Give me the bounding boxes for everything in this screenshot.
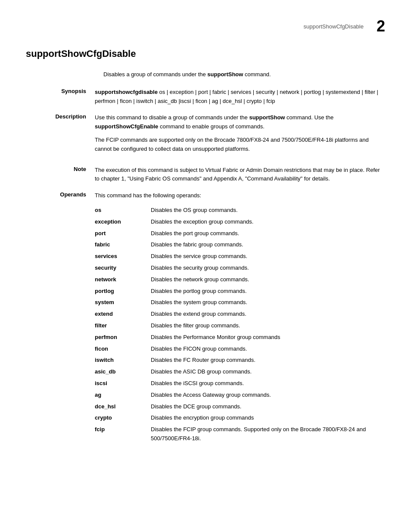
operand-row: fcip Disables the FCIP group commands. S… [95,424,385,445]
operand-name: dce_hsl [95,401,151,413]
page-header-title: supportShowCfgDisable [304,23,364,30]
description-section: Description Use this command to disable … [26,113,385,158]
intro-bold: supportShow [207,71,243,78]
intro-text-start: Disables a group of commands under the [103,71,207,78]
intro-paragraph: Disables a group of commands under the s… [103,70,385,79]
operand-row: os Disables the OS group commands. [95,205,385,216]
operand-desc: Disables the network group commands. [151,274,385,286]
operand-name: os [95,205,151,216]
operand-name: filter [95,320,151,332]
operand-desc: Disables the Performance Monitor group c… [151,332,385,343]
operand-row: portlog Disables the portlog group comma… [95,286,385,297]
operand-desc: Disables the OS group commands. [151,205,385,216]
operand-name: services [95,251,151,262]
operand-name: port [95,228,151,240]
operand-row: services Disables the service group comm… [95,251,385,262]
operand-desc: Disables the exception group commands. [151,216,385,228]
note-section: Note The execution of this command is su… [26,166,385,184]
operand-row: exception Disables the exception group c… [95,216,385,228]
operand-row: system Disables the system group command… [95,297,385,308]
desc-p1-mid: command. Use the [285,114,333,121]
operand-desc: Disables the portlog group commands. [151,286,385,297]
operand-desc: Disables the system group commands. [151,297,385,308]
operand-row: extend Disables the extend group command… [95,308,385,320]
operand-row: security Disables the security group com… [95,262,385,274]
operand-name: iscsi [95,378,151,389]
operands-section: Operands This command has the following … [26,191,385,445]
operand-row: fabric Disables the fabric group command… [95,239,385,251]
operand-row: network Disables the network group comma… [95,274,385,286]
operand-desc: Disables the iSCSI group commands. [151,378,385,389]
description-p2: The FCIP commands are supported only on … [95,136,385,154]
operand-desc: Disables the Access Gateway group comman… [151,389,385,401]
operands-content: This command has the following operands:… [95,191,385,445]
operands-label: Operands [26,191,95,445]
operand-desc: Disables the service group commands. [151,251,385,262]
operand-row: port Disables the port group commands. [95,228,385,240]
operand-row: iscsi Disables the iSCSI group commands. [95,378,385,389]
description-label: Description [26,113,95,158]
operand-desc: Disables the DCE group commands. [151,401,385,413]
operand-desc: Disables the fabric group commands. [151,239,385,251]
operand-name: fcip [95,424,151,445]
operand-name: ag [95,389,151,401]
operand-name: portlog [95,286,151,297]
desc-p1-bold1: supportShow [249,114,285,121]
operand-row: perfmon Disables the Performance Monitor… [95,332,385,343]
operand-row: dce_hsl Disables the DCE group commands. [95,401,385,413]
desc-p1-bold2: supportShowCfgEnable [95,123,158,130]
operand-name: iswitch [95,355,151,366]
operand-name: crypto [95,412,151,424]
intro-text-end: command. [243,71,271,78]
synopsis-section: Synopsis supportshowcfgdisable os | exce… [26,88,385,106]
operand-desc: Disables the filter group commands. [151,320,385,332]
synopsis-content: supportshowcfgdisable os | exception | p… [95,88,385,106]
operand-name: extend [95,308,151,320]
operand-desc: Disables the FC Router group commands. [151,355,385,366]
operand-desc: Disables the ASIC DB group commands. [151,366,385,378]
operand-row: iswitch Disables the FC Router group com… [95,355,385,366]
operands-intro: This command has the following operands: [95,191,385,200]
desc-p1-start: Use this command to disable a group of c… [95,114,249,121]
operand-row: ficon Disables the FICON group commands. [95,343,385,355]
operand-desc: Disables the security group commands. [151,262,385,274]
note-content: The execution of this command is subject… [95,166,385,184]
operand-name: perfmon [95,332,151,343]
description-p1: Use this command to disable a group of c… [95,113,385,131]
description-content: Use this command to disable a group of c… [95,113,385,158]
command-title: supportShowCfgDisable [26,48,385,59]
operand-name: fabric [95,239,151,251]
operand-name: ficon [95,343,151,355]
operand-desc: Disables the extend group commands. [151,308,385,320]
operand-row: ag Disables the Access Gateway group com… [95,389,385,401]
synopsis-label: Synopsis [26,88,95,106]
operand-name: asic_db [95,366,151,378]
operand-row: crypto Disables the encryption group com… [95,412,385,424]
operand-desc: Disables the FICON group commands. [151,343,385,355]
operand-desc: Disables the port group commands. [151,228,385,240]
page-header: supportShowCfgDisable 2 [26,17,385,35]
operand-name: network [95,274,151,286]
operand-desc: Disables the encryption group commands [151,412,385,424]
synopsis-command: supportshowcfgdisable [95,89,158,95]
operand-name: exception [95,216,151,228]
operand-name: system [95,297,151,308]
operand-name: security [95,262,151,274]
operand-desc: Disables the FCIP group commands. Suppor… [151,424,385,445]
page-number: 2 [377,17,385,35]
operands-table: os Disables the OS group commands. excep… [95,205,385,445]
operand-row: asic_db Disables the ASIC DB group comma… [95,366,385,378]
note-label: Note [26,166,95,184]
desc-p1-end: command to enable groups of commands. [158,123,264,130]
operand-row: filter Disables the filter group command… [95,320,385,332]
